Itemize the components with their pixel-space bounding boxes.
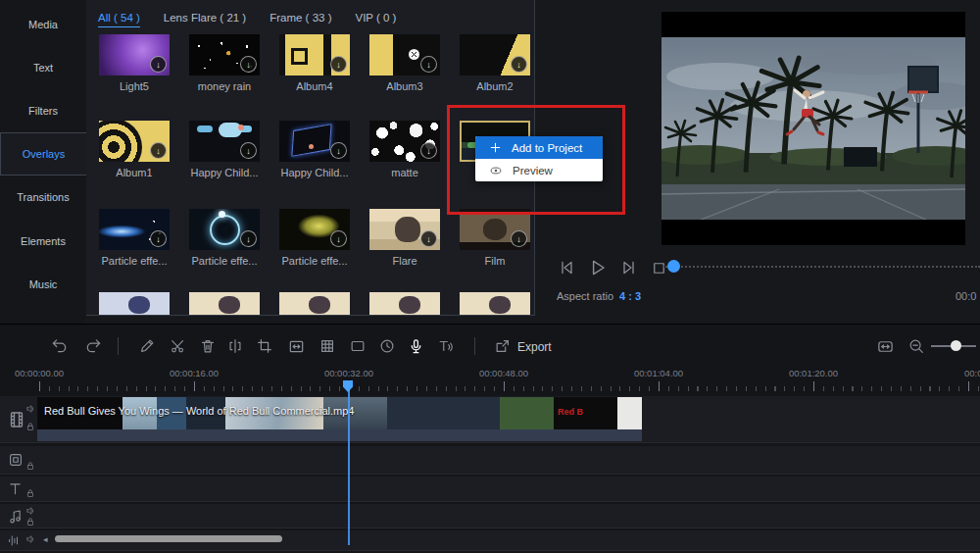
lock-track-icon[interactable] xyxy=(25,517,35,527)
sidebar-item-music[interactable]: Music xyxy=(0,263,86,306)
tab-all[interactable]: All ( 54 ) xyxy=(98,12,140,27)
overlay-thumbnail[interactable]: ↓ xyxy=(99,209,170,250)
download-icon[interactable]: ↓ xyxy=(150,142,167,159)
lock-track-icon[interactable] xyxy=(25,461,35,471)
delete-button[interactable] xyxy=(195,333,220,359)
overlay-thumbnail[interactable]: ↓ xyxy=(189,209,260,250)
tab-vip[interactable]: VIP ( 0 ) xyxy=(355,12,396,27)
overlay-thumbnail[interactable]: ↓ xyxy=(369,121,440,162)
download-icon[interactable]: ↓ xyxy=(420,230,437,247)
timeline-horizontal-scrollbar[interactable] xyxy=(55,535,282,542)
clip-audio-strip[interactable] xyxy=(37,429,642,441)
redo-button[interactable] xyxy=(80,333,106,359)
download-icon[interactable]: ↓ xyxy=(420,56,437,73)
next-frame-button[interactable] xyxy=(617,257,639,278)
sidebar-item-text[interactable]: Text xyxy=(0,46,86,89)
overlay-thumbnail[interactable]: ↓ xyxy=(189,34,260,75)
download-icon[interactable]: ↓ xyxy=(330,230,347,247)
ruler-label: 00:01:04.00 xyxy=(634,368,683,378)
sidebar-item-elements[interactable]: Elements xyxy=(0,220,86,263)
pip-track[interactable] xyxy=(0,446,980,475)
sidebar-item-media[interactable]: Media xyxy=(0,3,86,46)
overlay-thumbnail[interactable]: ↓ xyxy=(460,209,530,250)
video-preview-frame[interactable] xyxy=(662,12,965,245)
sidebar-item-overlays[interactable]: Overlays xyxy=(0,132,86,176)
context-menu-preview[interactable]: Preview xyxy=(475,159,603,181)
cut-button[interactable] xyxy=(166,333,191,359)
overlay-thumbnail[interactable]: ↓ xyxy=(279,34,350,75)
mute-track-icon[interactable] xyxy=(25,506,35,516)
download-icon[interactable]: ↓ xyxy=(240,56,257,73)
overlay-thumbnail[interactable] xyxy=(99,292,170,316)
zoom-pan-button[interactable] xyxy=(283,333,309,359)
timeline-zoom-handle[interactable] xyxy=(951,340,961,351)
overlay-thumbnail[interactable]: ↓ xyxy=(369,209,440,250)
split-button[interactable] xyxy=(222,333,248,359)
music-track[interactable] xyxy=(0,504,980,528)
overlay-thumbnail[interactable] xyxy=(460,292,530,316)
text-track-icon xyxy=(7,480,24,497)
overlay-thumbnail[interactable]: ↓ xyxy=(369,34,440,75)
text-to-speech-button[interactable] xyxy=(433,333,459,359)
mosaic-button[interactable] xyxy=(315,333,340,359)
overlay-thumbnail[interactable]: ↓ xyxy=(99,121,170,162)
scrollbar-left-arrow[interactable]: ◂ xyxy=(43,534,48,544)
sidebar-item-label: Overlays xyxy=(23,148,65,160)
download-icon[interactable]: ↓ xyxy=(511,230,527,247)
download-icon[interactable]: ↓ xyxy=(330,142,347,159)
stop-button[interactable] xyxy=(648,257,669,278)
download-icon[interactable]: ↓ xyxy=(240,142,257,159)
export-icon[interactable] xyxy=(490,333,515,359)
duration-button[interactable] xyxy=(374,333,400,359)
download-icon[interactable]: ↓ xyxy=(511,56,527,73)
mute-track-icon[interactable] xyxy=(25,404,35,414)
overlay-thumbnail[interactable] xyxy=(369,292,440,316)
overlay-thumbnail[interactable]: ↓ xyxy=(279,121,350,162)
fit-timeline-button[interactable] xyxy=(872,333,898,359)
voiceover-button[interactable] xyxy=(403,333,428,359)
overlay-thumbnail[interactable]: ↓ xyxy=(99,34,170,75)
edit-pen-button[interactable] xyxy=(134,333,160,359)
download-icon[interactable]: ↓ xyxy=(330,56,347,73)
lock-track-icon[interactable] xyxy=(25,422,35,431)
clip-filename: Red Bull Gives You Wings — World of Red … xyxy=(44,405,354,417)
previous-frame-button[interactable] xyxy=(557,257,578,278)
crop-button[interactable] xyxy=(252,333,277,359)
export-button[interactable]: Export xyxy=(517,340,552,354)
lock-track-icon[interactable] xyxy=(25,488,35,498)
video-track[interactable]: Red B Red Bull Gives You Wings — World o… xyxy=(0,396,980,443)
download-icon[interactable]: ↓ xyxy=(150,230,167,247)
library-item: ↓money rain xyxy=(179,34,270,92)
play-button[interactable] xyxy=(587,257,609,278)
sidebar-item-label: Music xyxy=(29,278,58,290)
download-icon[interactable]: ↓ xyxy=(150,56,167,73)
sidebar-item-transitions[interactable]: Transitions xyxy=(0,176,86,219)
preview-seek-handle[interactable] xyxy=(667,260,680,273)
freeze-frame-button[interactable] xyxy=(345,333,370,359)
preview-seekbar[interactable] xyxy=(662,266,980,268)
download-icon[interactable]: ↓ xyxy=(420,142,437,159)
zoom-out-button[interactable] xyxy=(904,333,929,359)
overlay-thumbnail[interactable]: ↓ xyxy=(279,209,350,250)
tab-frame[interactable]: Frame ( 33 ) xyxy=(270,12,331,27)
playhead-line[interactable] xyxy=(348,381,350,545)
download-icon[interactable]: ↓ xyxy=(240,230,257,247)
sidebar-item-filters[interactable]: Filters xyxy=(0,89,86,132)
tab-lens-flare[interactable]: Lens Flare ( 21 ) xyxy=(164,12,246,27)
overlay-thumbnail[interactable]: ↓ xyxy=(189,121,260,162)
mute-track-icon[interactable] xyxy=(25,534,35,544)
library-item: ↓Light5 xyxy=(89,34,179,92)
timeline-ruler[interactable]: 00:00:00.00 00:00:16.00 00:00:32.00 00:0… xyxy=(0,368,980,393)
overlay-thumbnail[interactable] xyxy=(279,292,350,316)
ruler-major-tick xyxy=(194,381,195,391)
timeline-section: Export 00:00:00.00 00:00:16.00 00:00:32.… xyxy=(0,324,980,553)
overlay-thumbnail[interactable]: ↓ xyxy=(460,34,530,75)
library-item: ↓Flare xyxy=(360,209,450,267)
overlay-thumbnail[interactable] xyxy=(189,292,260,316)
undo-button[interactable] xyxy=(46,333,72,359)
video-track-header xyxy=(0,396,37,442)
library-tabs: All ( 54 ) Lens Flare ( 21 ) Frame ( 33 … xyxy=(98,12,396,27)
aspect-ratio[interactable]: Aspect ratio4 : 3 xyxy=(557,290,641,302)
context-menu-add-to-project[interactable]: Add to Project xyxy=(475,136,603,159)
text-track[interactable] xyxy=(0,477,980,502)
